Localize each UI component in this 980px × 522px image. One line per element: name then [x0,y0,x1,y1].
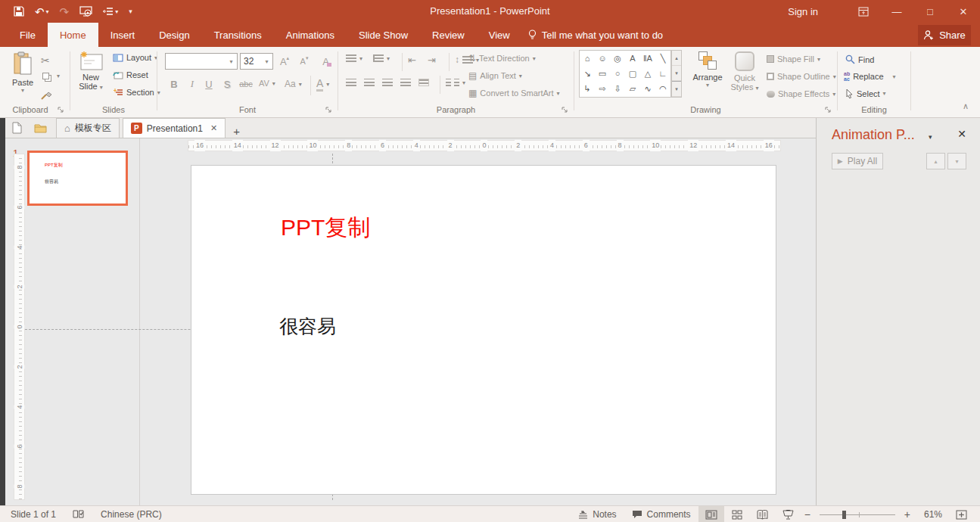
shape-arrow-icon[interactable]: ↘ [580,66,595,81]
bullets-button[interactable]: ▾ [346,54,362,62]
font-name-dropdown-icon[interactable]: ▾ [226,54,237,69]
columns-button[interactable]: ▾ [446,79,465,86]
shape-arc-icon[interactable]: ◠ [655,82,670,97]
tab-presentation1[interactable]: P Presentation1 ✕ [123,118,226,138]
format-painter-icon[interactable] [41,89,53,100]
cut-icon[interactable]: ✂ [41,54,50,67]
change-case-button[interactable]: Aa▾ [285,79,302,89]
new-tab-button[interactable]: + [226,125,247,138]
horizontal-ruler[interactable]: 1614121086420246810121416 [188,140,781,151]
slide-thumbnail[interactable]: PPT复制 很容易 [27,151,128,206]
font-color-button[interactable]: A▾ [316,77,329,92]
numbering-button[interactable]: ▾ [373,54,390,62]
copy-button[interactable]: ▾ [42,73,60,79]
distributed-icon[interactable] [418,79,429,86]
increase-indent-icon[interactable]: ⇥ [428,54,436,66]
increase-font-size-button[interactable]: A▴ [277,53,292,70]
sign-in-link[interactable]: Sign in [788,6,818,17]
shape-right-arrow-icon[interactable]: ⇨ [595,82,610,97]
arrange-button[interactable]: Arrange ▾ [689,51,726,89]
shape-donut-icon[interactable]: ◎ [610,51,625,66]
drawing-dialog-launcher[interactable] [825,107,832,114]
tab-review[interactable]: Review [420,23,477,47]
notes-button[interactable]: Notes [571,506,624,522]
shape-gallery-scrollbar[interactable]: ▴ ▾ ▾ [671,50,682,98]
zoom-in-button[interactable]: + [901,508,913,520]
shape-oval-icon[interactable]: ○ [610,66,625,81]
comments-button[interactable]: Comments [624,506,698,522]
slide-counter[interactable]: Slide 1 of 1 [11,509,56,520]
convert-to-smartart-button[interactable]: ▦Convert to SmartArt▾ [468,88,560,98]
new-document-icon[interactable] [6,118,28,138]
open-folder-icon[interactable] [28,118,53,138]
tab-file[interactable]: File [8,23,48,47]
vertical-ruler[interactable]: 864202468 [14,154,25,500]
shape-fill-button[interactable]: Shape Fill▾ [767,54,820,64]
clear-formatting-button[interactable]: A [319,53,334,70]
shape-effects-button[interactable]: Shape Effects▾ [767,89,835,98]
justify-icon[interactable] [400,79,411,86]
tab-slide-show[interactable]: Slide Show [347,23,420,47]
new-slide-button[interactable]: New Slide ▾ [73,51,108,91]
tab-home[interactable]: Home [48,23,98,47]
paste-button[interactable]: Paste ▾ [6,51,39,94]
collapse-ribbon-icon[interactable]: ∧ [963,101,969,111]
tab-design[interactable]: Design [147,23,201,47]
play-all-button[interactable]: ▶ Play All [832,153,883,169]
align-center-icon[interactable] [364,79,375,86]
zoom-slider-thumb[interactable] [842,511,846,519]
close-button[interactable]: ✕ [947,0,980,23]
select-button[interactable]: Select▾ [845,89,886,98]
shape-smiley-icon[interactable]: ☺ [595,51,610,66]
tab-animations[interactable]: Animations [274,23,347,47]
replace-button[interactable]: abac Replace▾ [844,71,896,82]
slide-body-text[interactable]: 很容易 [279,314,336,339]
clipboard-dialog-launcher[interactable] [58,107,65,114]
layout-button[interactable]: Layout▾ [113,53,157,62]
text-direction-button[interactable]: ⇅Text Direction▾ [468,53,536,64]
shape-outline-button[interactable]: Shape Outline▾ [767,72,836,81]
tab-insert[interactable]: Insert [98,23,148,47]
reset-button[interactable]: Reset [113,70,148,79]
animation-pane-close-icon[interactable]: ✕ [957,128,966,140]
section-button[interactable]: Section▾ [113,88,160,97]
normal-view-button[interactable] [698,506,724,522]
strikethrough-button[interactable]: abc [236,76,256,92]
shape-elbow-icon[interactable]: ∟ [655,66,670,81]
font-dialog-launcher[interactable] [325,107,333,114]
decrease-indent-icon[interactable]: ⇤ [408,54,416,66]
slide-canvas[interactable]: PPT复制 很容易 [191,165,776,495]
shape-rectangle-icon[interactable]: ▭ [595,66,610,81]
tab-transitions[interactable]: Transitions [202,23,274,47]
character-spacing-button[interactable]: AV▾ [259,79,275,88]
font-name-combo[interactable]: ▾ [165,53,238,70]
shape-gallery[interactable]: ⌂☺◎A‖A╲↘▭○▢△∟↳⇨⇩▱∿◠ [579,50,671,98]
shape-freeform-icon[interactable]: ▱ [625,82,640,97]
quick-styles-button[interactable]: Quick Styles ▾ [727,51,762,92]
italic-button[interactable]: I [185,76,200,92]
bold-button[interactable]: B [166,76,182,92]
align-text-button[interactable]: ▤Align Text▾ [468,70,522,81]
slide-sorter-view-button[interactable] [724,506,750,522]
language-indicator[interactable]: Chinese (PRC) [101,509,162,520]
paragraph-dialog-launcher[interactable] [562,107,569,114]
find-button[interactable]: Find [845,54,874,64]
slide-title-text[interactable]: PPT复制 [281,213,370,244]
align-left-icon[interactable] [346,79,356,86]
zoom-out-button[interactable]: − [801,508,814,520]
maximize-button[interactable]: □ [913,0,947,23]
text-shadow-button[interactable]: S [219,76,235,92]
minimize-button[interactable]: — [880,0,913,23]
reading-view-button[interactable] [750,506,776,522]
fit-to-window-button[interactable] [948,506,974,522]
font-size-combo[interactable]: 32▾ [240,53,273,70]
shape-scribble-icon[interactable]: ∿ [640,82,655,97]
zoom-slider[interactable] [820,514,895,515]
shape-pentagon-icon[interactable]: ⌂ [580,51,595,66]
decrease-font-size-button[interactable]: A▾ [297,53,312,70]
share-button[interactable]: Share [918,25,971,45]
tab-close-icon[interactable]: ✕ [210,123,217,133]
move-earlier-button[interactable]: ▴ [926,153,945,169]
slide-show-view-button[interactable] [776,506,801,522]
align-right-icon[interactable] [382,79,393,86]
